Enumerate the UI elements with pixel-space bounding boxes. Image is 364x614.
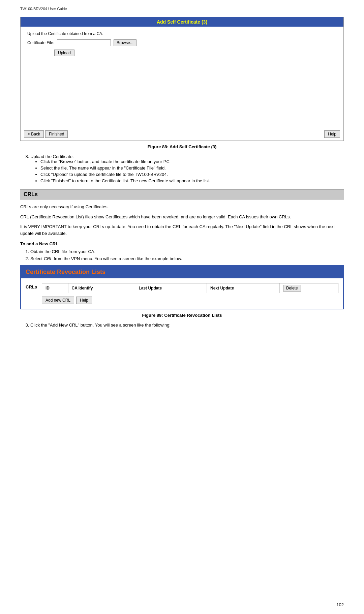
page-number: 102: [336, 602, 344, 607]
col-delete: Delete: [279, 283, 338, 293]
dialog-footer: < Back Finished Help: [21, 128, 343, 141]
add-crl-steps: Obtain the CRL file from your CA. Select…: [30, 249, 344, 261]
figure88-caption: Figure 88: Add Self Certificate (3): [20, 144, 344, 149]
crls-para2: CRL (Certificate Revocation List) files …: [20, 214, 344, 220]
step8-list: Upload the Certificate: Click the "Brows…: [30, 154, 344, 183]
upload-button[interactable]: Upload: [54, 50, 74, 56]
crl-table-area: ID CA Identify Last Update Next Update D…: [42, 283, 338, 293]
add-new-crl-button[interactable]: Add new CRL: [42, 297, 74, 304]
col-next-update: Next Update: [207, 283, 280, 293]
cert-file-row: Certificate File: Browse...: [27, 39, 337, 46]
step2-item: Select CRL from the VPN menu. You will s…: [30, 256, 344, 261]
crls-section-heading: CRLs: [20, 189, 344, 199]
crl-content-col: ID CA Identify Last Update Next Update D…: [42, 283, 338, 304]
help-button[interactable]: Help: [324, 130, 340, 138]
help-crl-button[interactable]: Help: [76, 297, 92, 304]
crl-action-buttons: Add new CRL Help: [42, 297, 338, 304]
bullet2: Select the file. The name will appear in…: [40, 165, 344, 171]
cert-file-label: Certificate File:: [27, 40, 54, 45]
step8-bullets: Click the "Browse" button, and locate th…: [40, 159, 344, 183]
crl-dialog-title: Certificate Revocation Lists: [21, 266, 343, 278]
dialog-instruction: Upload the Certificate obtained from a C…: [27, 31, 337, 36]
page-header: TW100-BRV204 User Guide: [20, 7, 344, 11]
step8-item: Upload the Certificate: Click the "Brows…: [30, 154, 344, 183]
to-add-crl-heading: To add a New CRL: [20, 241, 344, 246]
crl-label-col: CRLs: [26, 283, 37, 304]
step3-list: Click the "Add New CRL" button. You will…: [30, 323, 344, 328]
crl-dialog: Certificate Revocation Lists CRLs ID CA …: [20, 265, 344, 309]
footer-buttons: < Back Finished: [24, 130, 68, 138]
col-last-update: Last Update: [135, 283, 207, 293]
col-id: ID: [42, 283, 68, 293]
dialog-title: Add Self Certificate (3): [21, 17, 343, 27]
bullet3: Click "Upload" to upload the certificate…: [40, 172, 344, 177]
bullet4: Click "Finished" to return to the Certif…: [40, 178, 344, 183]
delete-button[interactable]: Delete: [283, 285, 301, 291]
add-self-cert-dialog: Add Self Certificate (3) Upload the Cert…: [20, 17, 344, 141]
bullet1: Click the "Browse" button, and locate th…: [40, 159, 344, 164]
crl-dialog-body: CRLs ID CA Identify Last Update Next Upd…: [21, 278, 343, 309]
step1-item: Obtain the CRL file from your CA.: [30, 249, 344, 254]
upload-row: Upload: [54, 50, 337, 56]
dialog-body: Upload the Certificate obtained from a C…: [21, 27, 343, 128]
crls-para3: It is VERY IMPORTANT to keep your CRLs u…: [20, 223, 344, 237]
crl-table: ID CA Identify Last Update Next Update D…: [42, 283, 338, 293]
figure89-caption: Figure 89: Certificate Revocation Lists: [20, 313, 344, 318]
step3-item: Click the "Add New CRL" button. You will…: [30, 323, 344, 328]
finished-button[interactable]: Finished: [45, 130, 68, 138]
crls-para1: CRLs are only necessary if using Certifi…: [20, 204, 344, 210]
back-button[interactable]: < Back: [24, 130, 44, 138]
cert-file-input[interactable]: [57, 39, 111, 46]
col-ca-identify: CA Identify: [68, 283, 135, 293]
crls-label: CRLs: [26, 284, 37, 289]
browse-button[interactable]: Browse...: [114, 39, 136, 46]
